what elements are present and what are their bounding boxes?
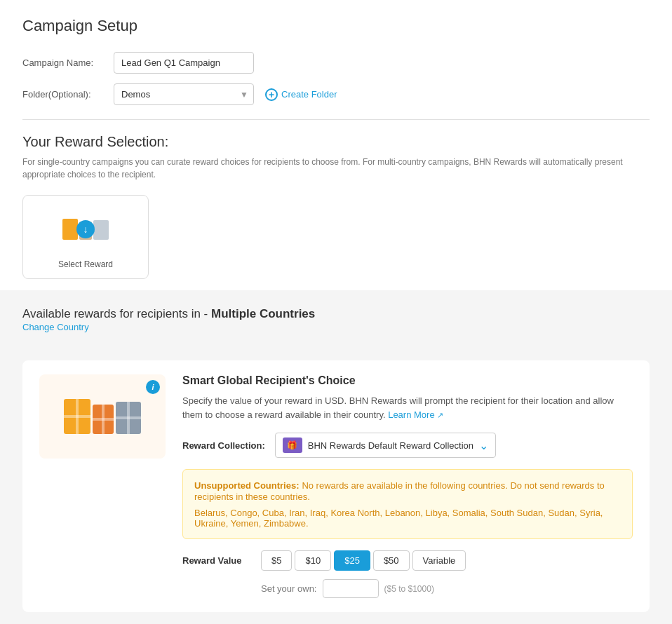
- campaign-name-input[interactable]: [114, 52, 254, 74]
- reward-value-label: Reward Value: [182, 555, 253, 566]
- smart-global-title: Smart Global Recipient's Choice: [182, 374, 633, 387]
- set-own-input[interactable]: [323, 579, 379, 598]
- external-link-icon: ↗: [437, 411, 443, 419]
- folder-select-wrapper: Demos None Q1 Q2 ▼: [114, 83, 254, 105]
- campaign-name-row: Campaign Name:: [22, 52, 650, 74]
- folder-row: Folder(Optional): Demos None Q1 Q2 ▼ + C…: [22, 83, 650, 105]
- select-reward-label: Select Reward: [58, 259, 113, 269]
- ribbon-h-3: [116, 416, 141, 419]
- create-folder-link[interactable]: + Create Folder: [265, 88, 337, 101]
- unsupported-box: Unsupported Countries: No rewards are av…: [182, 469, 633, 539]
- set-own-label: Set your own:: [261, 583, 317, 594]
- value-btn-10[interactable]: $10: [295, 550, 331, 571]
- folder-select[interactable]: Demos None Q1 Q2: [114, 83, 254, 105]
- reward-cards-container: ↓ Select Reward: [22, 195, 650, 279]
- value-buttons: $5 $10 $25 $50 Variable: [261, 550, 466, 571]
- smart-global-desc: Specify the value of your reward in USD.…: [182, 394, 633, 421]
- reward-info: Smart Global Recipient's Choice Specify …: [182, 374, 633, 598]
- reward-collection-row: Reward Collection: 🎁 BHN Rewards Default…: [182, 433, 633, 458]
- available-title-prefix: Available rewards for recipients in -: [22, 307, 208, 320]
- learn-more-label: Learn More: [388, 409, 434, 420]
- page-title: Campaign Setup: [22, 17, 650, 35]
- campaign-name-label: Campaign Name:: [22, 57, 114, 68]
- unsupported-title: Unsupported Countries:: [194, 480, 300, 491]
- available-title-country: Multiple Countries: [211, 307, 315, 320]
- select-reward-card[interactable]: ↓ Select Reward: [22, 195, 149, 279]
- collection-icon: 🎁: [283, 438, 302, 453]
- set-own-row: Set your own: ($5 to $1000): [261, 579, 633, 598]
- create-folder-label: Create Folder: [281, 89, 337, 100]
- change-country-link[interactable]: Change Country: [22, 322, 89, 332]
- ribbon-h-2: [93, 418, 114, 421]
- reward-thumbnail: i: [39, 374, 166, 459]
- info-badge-icon: i: [146, 380, 160, 394]
- reward-collection-label: Reward Collection:: [182, 440, 265, 451]
- collection-name: BHN Rewards Default Reward Collection: [308, 440, 473, 451]
- learn-more-link[interactable]: Learn More ↗: [388, 409, 443, 420]
- set-own-hint: ($5 to $1000): [384, 584, 434, 594]
- gift-box-3: [93, 220, 109, 240]
- value-btn-5[interactable]: $5: [261, 550, 292, 571]
- value-btn-variable[interactable]: Variable: [412, 550, 466, 571]
- available-rewards-section: Available rewards for recipients in - Mu…: [0, 290, 672, 624]
- plus-circle-icon: +: [265, 88, 278, 101]
- section-divider: [22, 119, 650, 120]
- collection-select[interactable]: 🎁 BHN Rewards Default Reward Collection …: [275, 433, 496, 458]
- reward-detail-card: i Smart Global Recipient's Choice Specif…: [22, 360, 650, 612]
- reward-value-row: Reward Value $5 $10 $25 $50 Variable: [182, 550, 633, 571]
- ribbon-h-1: [64, 415, 90, 418]
- reward-selection-title: Your Reward Selection:: [22, 134, 650, 150]
- folder-label: Folder(Optional):: [22, 89, 114, 100]
- page-container: Campaign Setup Campaign Name: Folder(Opt…: [0, 0, 672, 624]
- available-title-row: Available rewards for recipients in - Mu…: [22, 307, 650, 321]
- big-gift-boxes: [64, 399, 141, 434]
- value-btn-25[interactable]: $25: [334, 550, 370, 571]
- available-title: Available rewards for recipients in - Mu…: [22, 307, 315, 320]
- unsupported-countries: Belarus, Congo, Cuba, Iran, Iraq, Korea …: [194, 508, 621, 529]
- gift-box-1: [62, 219, 78, 240]
- collection-chevron-icon: ⌄: [479, 439, 488, 452]
- reward-selection-section: Your Reward Selection: For single-countr…: [22, 134, 650, 279]
- download-circle-icon: ↓: [76, 220, 95, 238]
- reward-selection-desc: For single-country campaigns you can cur…: [22, 156, 626, 181]
- value-btn-50[interactable]: $50: [373, 550, 410, 571]
- reward-card-icon: ↓: [58, 205, 114, 254]
